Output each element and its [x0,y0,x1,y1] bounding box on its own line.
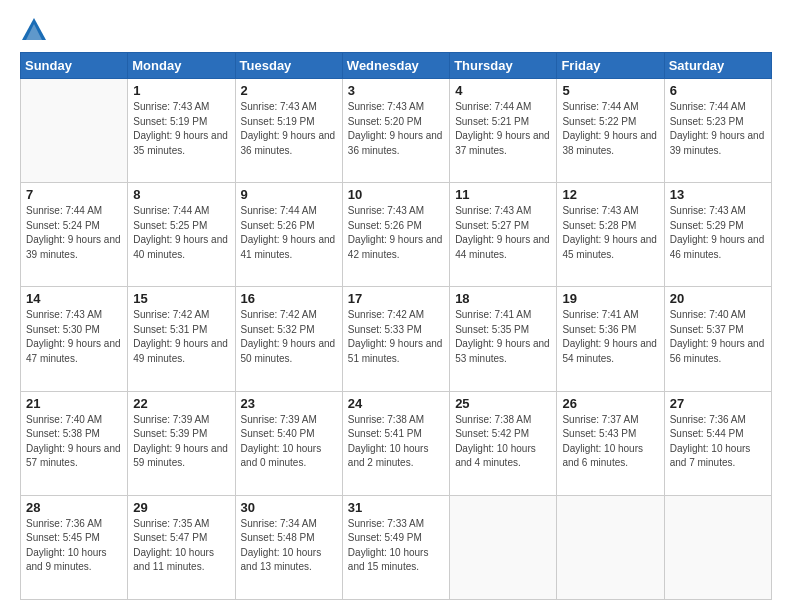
col-header-saturday: Saturday [664,53,771,79]
calendar-cell: 23Sunrise: 7:39 AMSunset: 5:40 PMDayligh… [235,391,342,495]
calendar-cell: 27Sunrise: 7:36 AMSunset: 5:44 PMDayligh… [664,391,771,495]
day-info: Sunrise: 7:44 AMSunset: 5:22 PMDaylight:… [562,100,658,158]
day-info: Sunrise: 7:39 AMSunset: 5:39 PMDaylight:… [133,413,229,471]
day-info: Sunrise: 7:37 AMSunset: 5:43 PMDaylight:… [562,413,658,471]
calendar-cell: 16Sunrise: 7:42 AMSunset: 5:32 PMDayligh… [235,287,342,391]
calendar-cell: 4Sunrise: 7:44 AMSunset: 5:21 PMDaylight… [450,79,557,183]
day-number: 5 [562,83,658,98]
calendar-week-1: 1Sunrise: 7:43 AMSunset: 5:19 PMDaylight… [21,79,772,183]
day-info: Sunrise: 7:41 AMSunset: 5:35 PMDaylight:… [455,308,551,366]
calendar-cell: 12Sunrise: 7:43 AMSunset: 5:28 PMDayligh… [557,183,664,287]
calendar-cell [21,79,128,183]
day-number: 11 [455,187,551,202]
calendar-cell: 29Sunrise: 7:35 AMSunset: 5:47 PMDayligh… [128,495,235,599]
calendar-cell: 5Sunrise: 7:44 AMSunset: 5:22 PMDaylight… [557,79,664,183]
day-number: 4 [455,83,551,98]
day-info: Sunrise: 7:43 AMSunset: 5:27 PMDaylight:… [455,204,551,262]
day-number: 14 [26,291,122,306]
day-number: 30 [241,500,337,515]
day-info: Sunrise: 7:39 AMSunset: 5:40 PMDaylight:… [241,413,337,471]
col-header-friday: Friday [557,53,664,79]
calendar-cell: 11Sunrise: 7:43 AMSunset: 5:27 PMDayligh… [450,183,557,287]
day-info: Sunrise: 7:42 AMSunset: 5:33 PMDaylight:… [348,308,444,366]
day-number: 22 [133,396,229,411]
header [20,16,772,44]
calendar-week-2: 7Sunrise: 7:44 AMSunset: 5:24 PMDaylight… [21,183,772,287]
calendar-cell: 22Sunrise: 7:39 AMSunset: 5:39 PMDayligh… [128,391,235,495]
day-number: 8 [133,187,229,202]
day-info: Sunrise: 7:43 AMSunset: 5:19 PMDaylight:… [133,100,229,158]
col-header-thursday: Thursday [450,53,557,79]
logo-icon [20,16,48,44]
day-number: 15 [133,291,229,306]
day-info: Sunrise: 7:40 AMSunset: 5:38 PMDaylight:… [26,413,122,471]
calendar-cell: 25Sunrise: 7:38 AMSunset: 5:42 PMDayligh… [450,391,557,495]
day-info: Sunrise: 7:44 AMSunset: 5:23 PMDaylight:… [670,100,766,158]
calendar-cell: 2Sunrise: 7:43 AMSunset: 5:19 PMDaylight… [235,79,342,183]
day-info: Sunrise: 7:34 AMSunset: 5:48 PMDaylight:… [241,517,337,575]
calendar-table: SundayMondayTuesdayWednesdayThursdayFrid… [20,52,772,600]
calendar-cell [664,495,771,599]
calendar-cell: 19Sunrise: 7:41 AMSunset: 5:36 PMDayligh… [557,287,664,391]
calendar-cell [557,495,664,599]
calendar-header-row: SundayMondayTuesdayWednesdayThursdayFrid… [21,53,772,79]
col-header-monday: Monday [128,53,235,79]
day-info: Sunrise: 7:40 AMSunset: 5:37 PMDaylight:… [670,308,766,366]
calendar-cell [450,495,557,599]
day-info: Sunrise: 7:44 AMSunset: 5:26 PMDaylight:… [241,204,337,262]
day-number: 31 [348,500,444,515]
day-number: 7 [26,187,122,202]
day-number: 16 [241,291,337,306]
day-number: 3 [348,83,444,98]
day-info: Sunrise: 7:36 AMSunset: 5:44 PMDaylight:… [670,413,766,471]
day-info: Sunrise: 7:43 AMSunset: 5:20 PMDaylight:… [348,100,444,158]
day-info: Sunrise: 7:44 AMSunset: 5:24 PMDaylight:… [26,204,122,262]
page: SundayMondayTuesdayWednesdayThursdayFrid… [0,0,792,612]
day-info: Sunrise: 7:35 AMSunset: 5:47 PMDaylight:… [133,517,229,575]
day-number: 27 [670,396,766,411]
day-number: 10 [348,187,444,202]
day-info: Sunrise: 7:36 AMSunset: 5:45 PMDaylight:… [26,517,122,575]
day-info: Sunrise: 7:44 AMSunset: 5:21 PMDaylight:… [455,100,551,158]
day-number: 26 [562,396,658,411]
day-number: 28 [26,500,122,515]
day-number: 23 [241,396,337,411]
day-number: 29 [133,500,229,515]
calendar-cell: 18Sunrise: 7:41 AMSunset: 5:35 PMDayligh… [450,287,557,391]
col-header-tuesday: Tuesday [235,53,342,79]
day-number: 12 [562,187,658,202]
calendar-week-3: 14Sunrise: 7:43 AMSunset: 5:30 PMDayligh… [21,287,772,391]
day-info: Sunrise: 7:43 AMSunset: 5:19 PMDaylight:… [241,100,337,158]
day-number: 24 [348,396,444,411]
day-info: Sunrise: 7:42 AMSunset: 5:31 PMDaylight:… [133,308,229,366]
day-info: Sunrise: 7:43 AMSunset: 5:30 PMDaylight:… [26,308,122,366]
calendar-cell: 6Sunrise: 7:44 AMSunset: 5:23 PMDaylight… [664,79,771,183]
day-info: Sunrise: 7:41 AMSunset: 5:36 PMDaylight:… [562,308,658,366]
day-info: Sunrise: 7:43 AMSunset: 5:28 PMDaylight:… [562,204,658,262]
calendar-cell: 24Sunrise: 7:38 AMSunset: 5:41 PMDayligh… [342,391,449,495]
calendar-cell: 7Sunrise: 7:44 AMSunset: 5:24 PMDaylight… [21,183,128,287]
day-info: Sunrise: 7:33 AMSunset: 5:49 PMDaylight:… [348,517,444,575]
day-info: Sunrise: 7:38 AMSunset: 5:41 PMDaylight:… [348,413,444,471]
calendar-cell: 31Sunrise: 7:33 AMSunset: 5:49 PMDayligh… [342,495,449,599]
calendar-cell: 10Sunrise: 7:43 AMSunset: 5:26 PMDayligh… [342,183,449,287]
calendar-cell: 14Sunrise: 7:43 AMSunset: 5:30 PMDayligh… [21,287,128,391]
day-info: Sunrise: 7:42 AMSunset: 5:32 PMDaylight:… [241,308,337,366]
day-number: 20 [670,291,766,306]
day-number: 17 [348,291,444,306]
calendar-cell: 20Sunrise: 7:40 AMSunset: 5:37 PMDayligh… [664,287,771,391]
day-info: Sunrise: 7:43 AMSunset: 5:26 PMDaylight:… [348,204,444,262]
day-number: 9 [241,187,337,202]
calendar-cell: 17Sunrise: 7:42 AMSunset: 5:33 PMDayligh… [342,287,449,391]
calendar-cell: 30Sunrise: 7:34 AMSunset: 5:48 PMDayligh… [235,495,342,599]
day-number: 1 [133,83,229,98]
calendar-cell: 8Sunrise: 7:44 AMSunset: 5:25 PMDaylight… [128,183,235,287]
calendar-cell: 15Sunrise: 7:42 AMSunset: 5:31 PMDayligh… [128,287,235,391]
day-info: Sunrise: 7:38 AMSunset: 5:42 PMDaylight:… [455,413,551,471]
col-header-sunday: Sunday [21,53,128,79]
day-info: Sunrise: 7:44 AMSunset: 5:25 PMDaylight:… [133,204,229,262]
day-info: Sunrise: 7:43 AMSunset: 5:29 PMDaylight:… [670,204,766,262]
day-number: 21 [26,396,122,411]
calendar-cell: 21Sunrise: 7:40 AMSunset: 5:38 PMDayligh… [21,391,128,495]
logo [20,16,52,44]
